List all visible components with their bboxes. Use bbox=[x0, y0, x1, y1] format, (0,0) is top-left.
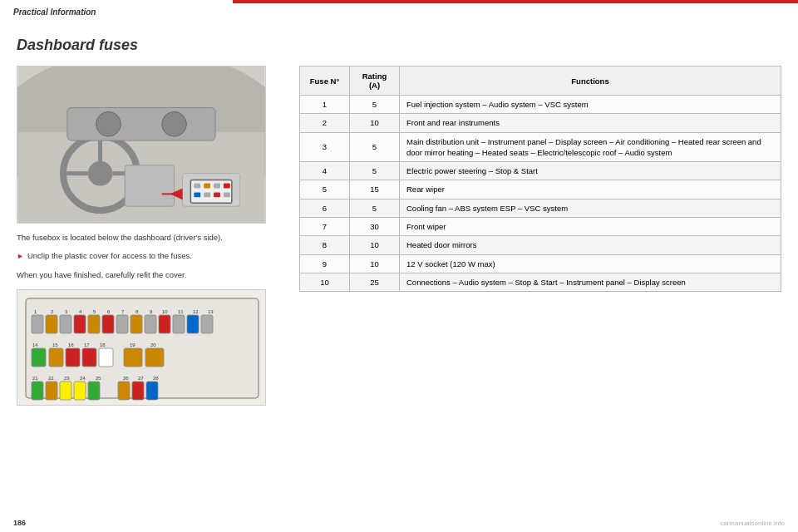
svg-rect-19 bbox=[224, 184, 230, 189]
fuse-number: 5 bbox=[300, 180, 350, 199]
fuse-number: 10 bbox=[300, 273, 350, 291]
fuse-function: Connections – Audio system – Stop & Star… bbox=[400, 273, 781, 291]
col-header-functions: Functions bbox=[400, 66, 781, 96]
svg-text:26: 26 bbox=[123, 376, 129, 381]
fuse-function: Front and rear instruments bbox=[400, 114, 781, 132]
svg-rect-46 bbox=[131, 315, 142, 333]
svg-rect-42 bbox=[74, 315, 86, 333]
page-title: Dashboard fuses bbox=[17, 37, 781, 54]
fuse-number: 3 bbox=[300, 132, 350, 162]
svg-rect-50 bbox=[187, 315, 199, 333]
svg-text:23: 23 bbox=[64, 376, 70, 381]
svg-rect-39 bbox=[32, 315, 43, 333]
svg-rect-47 bbox=[145, 315, 156, 333]
table-row: 9 10 12 V socket (120 W max) bbox=[300, 254, 781, 273]
description-main: The fusebox is located below the dashboa… bbox=[17, 232, 283, 244]
fuse-function: 12 V socket (120 W max) bbox=[400, 254, 781, 273]
svg-rect-75 bbox=[46, 382, 57, 400]
fuse-function: Heated door mirrors bbox=[400, 236, 781, 254]
table-row: 8 10 Heated door mirrors bbox=[300, 236, 781, 254]
svg-rect-11 bbox=[125, 165, 174, 206]
fuse-diagram: 1 2 3 4 5 6 7 8 9 10 11 12 13 bbox=[17, 289, 266, 406]
header-title: Practical Information bbox=[13, 7, 96, 17]
svg-rect-65 bbox=[145, 348, 164, 367]
description-after: When you have finished, carefully refit … bbox=[17, 269, 283, 281]
content-layout: The fusebox is located below the dashboa… bbox=[17, 66, 781, 406]
svg-text:12: 12 bbox=[193, 309, 199, 314]
fuse-rating: 10 bbox=[350, 254, 400, 273]
description-bullet: ► Unclip the plastic cover for access to… bbox=[17, 250, 283, 263]
svg-rect-22 bbox=[214, 192, 220, 197]
svg-text:24: 24 bbox=[80, 376, 86, 381]
svg-text:21: 21 bbox=[32, 376, 38, 381]
svg-rect-41 bbox=[60, 315, 71, 333]
fuse-rating: 5 bbox=[350, 96, 400, 114]
fuse-rating: 10 bbox=[350, 114, 400, 132]
svg-point-9 bbox=[96, 111, 121, 136]
svg-rect-45 bbox=[116, 315, 128, 333]
bullet-arrow: ► bbox=[17, 251, 24, 263]
fuse-rating: 5 bbox=[350, 162, 400, 180]
fuse-function: Front wiper bbox=[400, 218, 781, 236]
fuse-number: 2 bbox=[300, 114, 350, 132]
svg-rect-43 bbox=[88, 315, 100, 333]
table-row: 10 25 Connections – Audio system – Stop … bbox=[300, 273, 781, 291]
svg-text:17: 17 bbox=[84, 342, 90, 347]
table-row: 5 15 Rear wiper bbox=[300, 180, 781, 199]
svg-rect-81 bbox=[146, 382, 158, 400]
svg-text:10: 10 bbox=[162, 309, 168, 314]
fuse-number: 6 bbox=[300, 199, 350, 217]
svg-text:28: 28 bbox=[153, 376, 159, 381]
svg-rect-16 bbox=[194, 184, 200, 189]
svg-rect-49 bbox=[173, 315, 185, 333]
fuse-function: Electric power steering – Stop & Start bbox=[400, 162, 781, 180]
svg-rect-63 bbox=[99, 348, 113, 367]
table-row: 3 5 Main distribution unit – Instrument … bbox=[300, 132, 781, 162]
svg-rect-18 bbox=[214, 184, 220, 189]
svg-text:22: 22 bbox=[48, 376, 54, 381]
table-row: 2 10 Front and rear instruments bbox=[300, 114, 781, 132]
svg-rect-77 bbox=[74, 382, 86, 400]
svg-rect-61 bbox=[66, 348, 80, 367]
table-row: 6 5 Cooling fan – ABS system ESP – VSC s… bbox=[300, 199, 781, 217]
svg-rect-80 bbox=[132, 382, 144, 400]
page-number: 186 bbox=[13, 519, 26, 527]
fuse-number: 4 bbox=[300, 162, 350, 180]
svg-text:15: 15 bbox=[52, 342, 58, 347]
svg-rect-76 bbox=[60, 382, 71, 400]
header-accent-line bbox=[233, 0, 798, 3]
fuse-function: Fuel injection system – Audio system – V… bbox=[400, 96, 781, 114]
svg-rect-48 bbox=[159, 315, 170, 333]
fuse-rating: 25 bbox=[350, 273, 400, 291]
svg-rect-78 bbox=[88, 382, 100, 400]
main-content: Dashboard fuses bbox=[0, 23, 798, 532]
svg-text:25: 25 bbox=[96, 376, 101, 381]
table-row: 4 5 Electric power steering – Stop & Sta… bbox=[300, 162, 781, 180]
fuse-number: 7 bbox=[300, 218, 350, 236]
svg-text:14: 14 bbox=[32, 342, 38, 347]
svg-text:18: 18 bbox=[100, 342, 106, 347]
fuse-rating: 5 bbox=[350, 199, 400, 217]
svg-rect-21 bbox=[204, 192, 210, 197]
svg-rect-64 bbox=[124, 348, 142, 367]
table-row: 1 5 Fuel injection system – Audio system… bbox=[300, 96, 781, 114]
svg-rect-40 bbox=[46, 315, 57, 333]
col-header-fuse: Fuse N° bbox=[300, 66, 350, 96]
table-row: 7 30 Front wiper bbox=[300, 218, 781, 236]
svg-point-10 bbox=[162, 111, 187, 136]
fuse-table: Fuse N° Rating (A) Functions 1 5 Fuel in… bbox=[299, 66, 781, 292]
right-column: Fuse N° Rating (A) Functions 1 5 Fuel in… bbox=[299, 66, 781, 292]
svg-text:20: 20 bbox=[150, 342, 156, 347]
watermark: carmanualsonline.info bbox=[720, 520, 785, 527]
svg-text:16: 16 bbox=[68, 342, 74, 347]
car-interior-image bbox=[17, 66, 266, 224]
svg-text:19: 19 bbox=[130, 342, 135, 347]
svg-point-4 bbox=[88, 161, 113, 186]
fuse-rating: 10 bbox=[350, 236, 400, 254]
fuse-rating: 30 bbox=[350, 218, 400, 236]
fuse-number: 9 bbox=[300, 254, 350, 273]
col-header-rating: Rating (A) bbox=[350, 66, 400, 96]
fuse-function: Main distribution unit – Instrument pane… bbox=[400, 132, 781, 162]
svg-text:27: 27 bbox=[138, 376, 144, 381]
svg-rect-74 bbox=[32, 382, 43, 400]
